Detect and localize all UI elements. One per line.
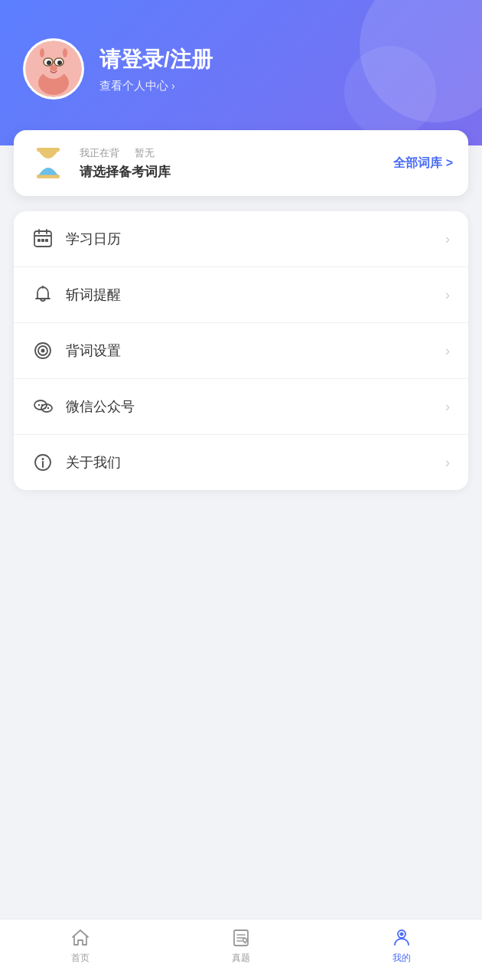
svg-point-10	[57, 60, 62, 65]
study-card[interactable]: 我正在背 暂无 请选择备考词库 全部词库 >	[14, 130, 468, 196]
menu-item-memorize-setting[interactable]: 背词设置 ›	[14, 323, 468, 379]
tab-exam-label: 真题	[232, 952, 250, 965]
calendar-icon	[32, 228, 54, 250]
svg-point-14	[50, 65, 57, 71]
chevron-right-icon: ›	[445, 343, 450, 359]
header: 请登录/注册 查看个人中心 ›	[0, 0, 482, 145]
menu-label-memorize-setting: 背词设置	[66, 341, 433, 360]
tab-mine[interactable]: 我的	[321, 927, 482, 965]
svg-rect-24	[41, 239, 44, 242]
svg-point-30	[41, 349, 45, 353]
menu-label-wechat-public: 微信公众号	[66, 397, 433, 416]
tab-bar: 首页 真题 我的	[0, 919, 482, 980]
subtitle-text: 查看个人中心	[99, 79, 168, 93]
bell-icon	[32, 284, 54, 305]
header-subtitle[interactable]: 查看个人中心 ›	[99, 79, 213, 93]
svg-rect-23	[37, 239, 41, 242]
chevron-right-icon: ›	[445, 455, 450, 471]
chevron-right-icon: ›	[445, 287, 450, 303]
target-icon	[32, 340, 54, 361]
menu-label-about-us: 关于我们	[66, 453, 433, 472]
avatar[interactable]	[23, 38, 84, 100]
svg-rect-16	[37, 175, 60, 178]
menu-card: 学习日历 › 斩词提醒 ›	[14, 211, 468, 490]
study-info: 我正在背 暂无 请选择备考词库	[80, 146, 381, 181]
main-content: 我正在背 暂无 请选择备考词库 全部词库 > 学习日历	[0, 130, 482, 704]
svg-point-35	[44, 407, 46, 409]
menu-item-wechat-public[interactable]: 微信公众号 ›	[14, 379, 468, 435]
all-vocab-button[interactable]: 全部词库 >	[393, 155, 453, 172]
chevron-icon: ›	[171, 80, 175, 92]
hourglass-icon	[29, 144, 67, 182]
svg-point-33	[38, 404, 40, 406]
mine-icon	[391, 927, 412, 949]
svg-point-6	[63, 48, 67, 57]
menu-label-word-reminder: 斩词提醒	[66, 286, 433, 304]
chevron-right-icon: ›	[445, 399, 450, 415]
tab-home[interactable]: 首页	[0, 927, 161, 965]
svg-point-9	[47, 60, 51, 65]
svg-rect-15	[37, 148, 60, 152]
tab-home-label: 首页	[71, 952, 90, 965]
info-icon	[32, 452, 54, 473]
svg-point-5	[40, 48, 44, 57]
menu-item-study-calendar[interactable]: 学习日历 ›	[14, 211, 468, 267]
home-icon	[70, 927, 91, 949]
svg-point-34	[41, 404, 43, 406]
header-text: 请登录/注册 查看个人中心 ›	[99, 45, 213, 93]
svg-point-44	[243, 939, 247, 942]
study-prompt: 请选择备考词库	[80, 163, 381, 181]
menu-item-word-reminder[interactable]: 斩词提醒 ›	[14, 267, 468, 323]
svg-point-39	[42, 458, 44, 460]
menu-item-about-us[interactable]: 关于我们 ›	[14, 435, 468, 490]
chevron-right-icon: ›	[445, 231, 450, 247]
exam-icon	[230, 927, 252, 949]
menu-label-study-calendar: 学习日历	[66, 230, 433, 248]
header-title[interactable]: 请登录/注册	[99, 45, 213, 74]
study-top: 我正在背 暂无	[80, 146, 381, 160]
study-label: 我正在背	[80, 146, 119, 160]
svg-rect-25	[45, 239, 48, 242]
svg-point-36	[47, 407, 49, 409]
wechat-icon	[32, 396, 54, 417]
study-status: 暂无	[135, 146, 155, 160]
tab-mine-label: 我的	[392, 952, 411, 965]
tab-exam[interactable]: 真题	[161, 927, 321, 965]
